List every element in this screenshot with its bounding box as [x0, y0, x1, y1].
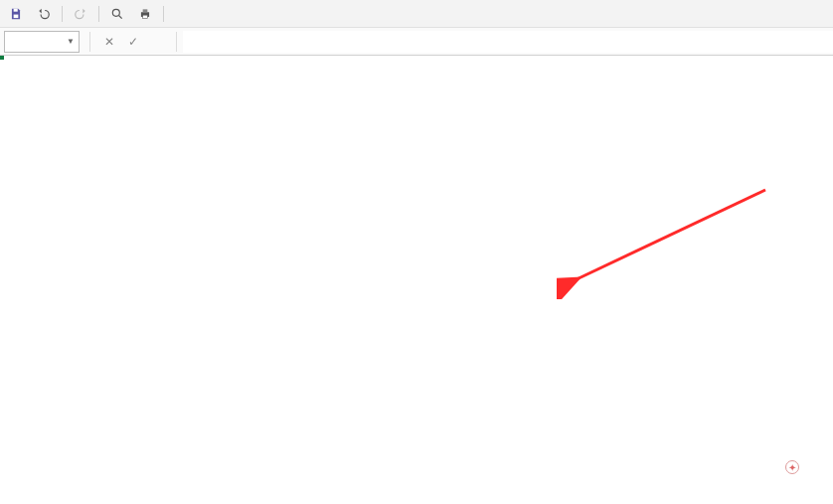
- redo-icon: [74, 7, 87, 21]
- name-box[interactable]: ▼: [4, 31, 80, 53]
- magnifier-icon: [110, 7, 124, 21]
- cursor-badge-icon: ✦: [785, 460, 799, 474]
- formula-input[interactable]: [183, 31, 833, 53]
- save-button[interactable]: [6, 4, 26, 24]
- svg-rect-1: [14, 14, 19, 17]
- separator: [62, 6, 63, 22]
- formula-bar-buttons: ✕ ✓: [96, 35, 170, 49]
- fill-handle[interactable]: [0, 56, 4, 60]
- svg-line-7: [577, 190, 765, 279]
- separator: [176, 32, 177, 52]
- chevron-down-icon: ▼: [67, 37, 75, 46]
- cancel-button[interactable]: ✕: [102, 35, 116, 49]
- svg-rect-0: [14, 8, 18, 11]
- separator: [98, 6, 99, 22]
- print-preview-button[interactable]: [107, 4, 127, 24]
- svg-rect-5: [143, 9, 148, 12]
- annotation-arrow: [557, 180, 775, 299]
- separator: [163, 6, 164, 22]
- undo-icon: [37, 7, 51, 21]
- print-button[interactable]: [135, 4, 155, 24]
- save-icon: [9, 7, 23, 21]
- svg-point-2: [112, 9, 119, 16]
- selection-outline: [0, 56, 2, 58]
- enter-button[interactable]: ✓: [126, 35, 140, 49]
- spreadsheet-area: ✦: [0, 56, 833, 504]
- redo-button[interactable]: [71, 4, 90, 24]
- formula-bar: ▼ ✕ ✓: [0, 28, 833, 56]
- quick-access-toolbar: [0, 0, 833, 28]
- separator: [89, 32, 90, 52]
- printer-icon: [138, 7, 152, 21]
- svg-line-3: [119, 15, 122, 18]
- undo-button[interactable]: [34, 4, 54, 24]
- svg-rect-6: [143, 15, 148, 19]
